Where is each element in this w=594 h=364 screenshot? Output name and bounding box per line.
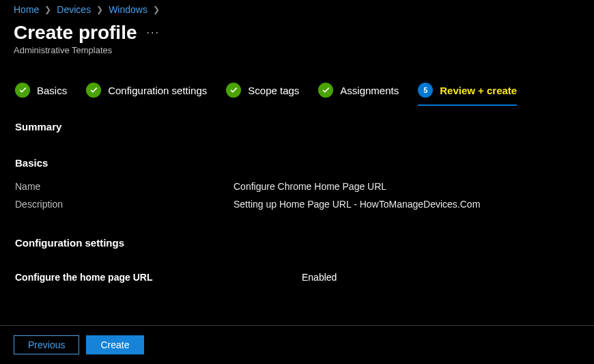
step-assignments[interactable]: Assignments (318, 83, 399, 98)
step-label: Assignments (340, 85, 399, 96)
config-setting-label: Configure the home page URL (15, 272, 302, 283)
footer-actions: Previous Create (0, 325, 594, 364)
page-subtitle: Administrative Templates (0, 44, 594, 55)
config-settings-heading: Configuration settings (15, 237, 579, 249)
page-title: Create profile (14, 22, 137, 44)
chevron-right-icon: ❯ (153, 5, 160, 14)
previous-button[interactable]: Previous (14, 335, 79, 354)
step-label: Scope tags (248, 85, 299, 96)
title-row: Create profile ··· (0, 18, 594, 44)
breadcrumb-windows[interactable]: Windows (109, 4, 147, 15)
content-area: Summary Basics Name Configure Chrome Hom… (0, 106, 594, 283)
wizard-steps: Basics Configuration settings Scope tags… (0, 55, 594, 106)
description-value: Setting up Home Page URL - HowToManageDe… (234, 199, 480, 210)
step-basics[interactable]: Basics (15, 83, 67, 98)
description-label: Description (15, 199, 234, 210)
name-label: Name (15, 181, 234, 192)
chevron-right-icon: ❯ (96, 5, 103, 14)
step-review-create[interactable]: 5 Review + create (418, 83, 517, 106)
step-label: Review + create (440, 85, 517, 96)
check-icon (318, 83, 333, 98)
check-icon (15, 83, 30, 98)
name-value: Configure Chrome Home Page URL (234, 181, 386, 192)
check-icon (226, 83, 241, 98)
step-configuration-settings[interactable]: Configuration settings (86, 83, 207, 98)
breadcrumb: Home ❯ Devices ❯ Windows ❯ (0, 0, 594, 18)
summary-heading: Summary (15, 121, 579, 132)
step-label: Configuration settings (108, 85, 207, 96)
config-setting-row: Configure the home page URL Enabled (15, 272, 579, 283)
more-actions-button[interactable]: ··· (147, 27, 160, 39)
breadcrumb-devices[interactable]: Devices (57, 4, 91, 15)
basics-name-row: Name Configure Chrome Home Page URL (15, 181, 579, 192)
step-number-badge: 5 (418, 83, 433, 98)
check-icon (86, 83, 101, 98)
basics-description-row: Description Setting up Home Page URL - H… (15, 199, 579, 210)
config-setting-value: Enabled (302, 272, 337, 283)
breadcrumb-home[interactable]: Home (14, 4, 39, 15)
create-button[interactable]: Create (86, 335, 143, 354)
chevron-right-icon: ❯ (44, 5, 51, 14)
step-scope-tags[interactable]: Scope tags (226, 83, 299, 98)
basics-heading: Basics (15, 157, 579, 169)
step-label: Basics (37, 85, 67, 96)
